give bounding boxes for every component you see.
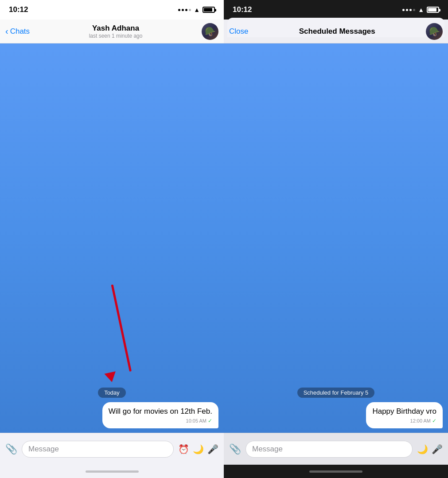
battery-icon [203, 7, 215, 13]
scheduled-read-check: ✓ [432, 418, 436, 424]
close-button[interactable]: Close [229, 27, 248, 36]
back-label[interactable]: Chats [10, 27, 30, 36]
messages-container: Today Will go for movies on 12th Feb. 10… [0, 383, 224, 433]
right-chat-area: Scheduled for February 5 Happy Birthday … [224, 43, 448, 433]
dot2 [182, 9, 184, 11]
right-phone: 10:12 ▲ Close Scheduled Messages 🪖 [224, 0, 448, 478]
message-time: 10:05 AM [186, 418, 206, 423]
signal-dots [178, 9, 191, 11]
sent-message: Will go for movies on 12th Feb. 10:05 AM… [5, 402, 218, 428]
message-input[interactable]: Message [22, 441, 174, 458]
left-phone: 10:12 ▲ ‹ Chats Yash Adhana last seen 1 … [0, 0, 224, 478]
scheduled-message-time: 12:00 AM [410, 418, 431, 423]
last-seen: last seen 1 minute ago [89, 33, 143, 39]
right-wifi-icon: ▲ [418, 6, 424, 13]
right-status-bar: 10:12 ▲ [224, 0, 448, 20]
home-bar [86, 470, 139, 473]
rdot1 [402, 9, 405, 11]
signal-dots-right [402, 9, 415, 11]
right-avatar[interactable]: 🪖 [426, 23, 443, 40]
left-home-indicator [0, 465, 224, 478]
right-messages-container: Scheduled for February 5 Happy Birthday … [224, 383, 448, 433]
right-status-icons: ▲ [402, 6, 439, 13]
left-input-bar: 📎 Message ⏰ 🌙 🎤 [0, 433, 224, 465]
right-battery-icon [427, 7, 439, 13]
left-nav-bar: ‹ Chats Yash Adhana last seen 1 minute a… [0, 20, 224, 43]
left-time: 10:12 [9, 5, 28, 14]
right-avatar-image: 🪖 [426, 23, 443, 40]
bubble-meta: 10:05 AM ✓ [109, 418, 212, 424]
sheet-title: Scheduled Messages [299, 27, 375, 36]
dot4 [189, 9, 191, 11]
date-badge: Today [5, 388, 218, 398]
right-attachment-icon[interactable]: 📎 [229, 443, 241, 455]
right-message-input[interactable]: Message [245, 441, 413, 458]
scheduled-message: Happy Birthday vro 12:00 AM ✓ [229, 402, 443, 428]
message-bubble: Will go for movies on 12th Feb. 10:05 AM… [102, 402, 218, 428]
right-nav-bar: Close Scheduled Messages 🪖 [224, 20, 448, 43]
right-home-bar [309, 470, 362, 473]
mic-icon[interactable]: 🎤 [207, 444, 218, 454]
message-text: Will go for movies on 12th Feb. [109, 407, 212, 416]
right-sticker-icon[interactable]: 🌙 [417, 444, 428, 454]
left-status-icons: ▲ [178, 6, 215, 13]
input-right-icons: ⏰ 🌙 🎤 [178, 444, 218, 454]
rdot2 [406, 9, 408, 11]
date-badge-text: Today [98, 388, 126, 398]
scheduled-message-text: Happy Birthday vro [372, 407, 436, 416]
dot3 [185, 9, 187, 11]
right-mic-icon[interactable]: 🎤 [432, 444, 443, 454]
chevron-left-icon: ‹ [5, 26, 8, 36]
schedule-icon[interactable]: ⏰ [178, 444, 189, 454]
wifi-icon: ▲ [194, 6, 200, 13]
avatar[interactable]: 🪖 [202, 23, 218, 40]
sticker-icon[interactable]: 🌙 [193, 444, 204, 454]
left-status-bar: 10:12 ▲ [0, 0, 224, 20]
right-home-indicator [224, 465, 448, 478]
rdot3 [409, 9, 412, 11]
avatar-image: 🪖 [202, 23, 218, 40]
scheduled-badge-text: Scheduled for February 5 [297, 388, 375, 398]
right-avatar-emoji: 🪖 [429, 26, 440, 37]
battery-fill [204, 8, 212, 12]
right-input-right-icons: 🌙 🎤 [417, 444, 443, 454]
input-placeholder: Message [28, 445, 59, 454]
avatar-emoji: 🪖 [205, 26, 216, 37]
scheduled-bubble-meta: 12:00 AM ✓ [372, 418, 436, 424]
nav-center: Yash Adhana last seen 1 minute ago [30, 24, 202, 39]
read-check: ✓ [208, 418, 212, 424]
rdot4 [413, 9, 415, 11]
right-time: 10:12 [233, 5, 252, 14]
red-arrow-annotation [110, 285, 114, 373]
scheduled-badge: Scheduled for February 5 [229, 388, 443, 398]
contact-name: Yash Adhana [92, 24, 139, 33]
right-input-bar: 📎 Message 🌙 🎤 [224, 433, 448, 465]
scheduled-bubble[interactable]: Happy Birthday vro 12:00 AM ✓ [366, 402, 443, 428]
right-input-placeholder: Message [252, 445, 283, 454]
left-chat-area: Today Will go for movies on 12th Feb. 10… [0, 43, 224, 433]
back-button[interactable]: ‹ Chats [5, 26, 30, 36]
attachment-icon[interactable]: 📎 [5, 443, 17, 455]
dot1 [178, 9, 180, 11]
right-battery-fill [428, 8, 436, 12]
